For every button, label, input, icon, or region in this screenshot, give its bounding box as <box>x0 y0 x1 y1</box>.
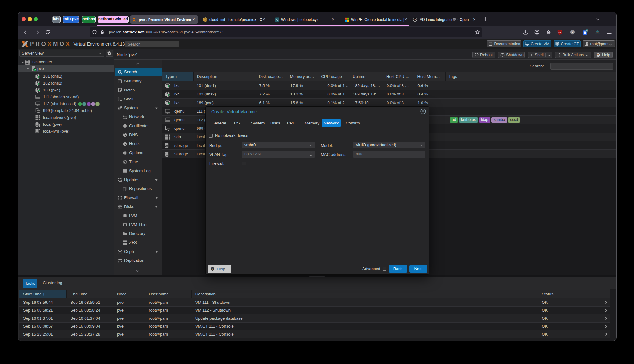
svg-text:?: ? <box>597 53 599 56</box>
svg-text:OI: OI <box>414 18 416 21</box>
svg-text:UO: UO <box>558 31 561 33</box>
svg-text:?: ? <box>212 267 213 270</box>
svg-text:4: 4 <box>586 29 588 32</box>
svg-text:V: V <box>571 30 573 34</box>
